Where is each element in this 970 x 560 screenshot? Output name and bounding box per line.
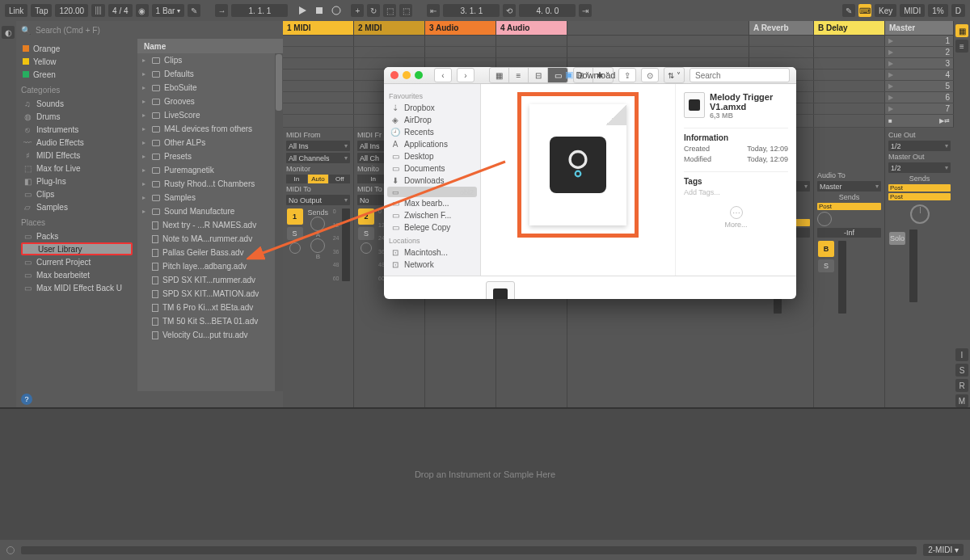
session-view-button[interactable]: ▦ xyxy=(955,24,968,37)
scene-launch-button[interactable]: ▶7 xyxy=(885,103,954,114)
browser-file-item[interactable]: Velocity Cu...put tru.adv xyxy=(137,328,283,342)
finder-sidebar-location[interactable]: ⊡Macintosh... xyxy=(387,246,477,259)
tempo-field[interactable]: 120.00 xyxy=(55,4,88,17)
clip-slot[interactable] xyxy=(283,92,354,103)
loop-toggle[interactable]: ⟲ xyxy=(503,4,516,17)
clip-slot[interactable] xyxy=(283,47,354,57)
scene-launch-button[interactable]: ▶4 xyxy=(885,69,954,80)
record-button[interactable] xyxy=(330,4,343,17)
track-header-a[interactable]: A Reverb xyxy=(749,21,814,35)
finder-sidebar-item[interactable]: ▭Desktop xyxy=(387,150,477,162)
scene-launch-button[interactable]: ▶5 xyxy=(885,81,954,91)
link-button[interactable]: Link xyxy=(5,4,27,17)
overdub-icon[interactable]: + xyxy=(351,4,364,17)
quantize-menu[interactable]: 1 Bar▾ xyxy=(152,4,185,17)
browser-toggle-icon[interactable]: ◐ xyxy=(2,26,15,39)
draw-mode-icon[interactable]: ✎ xyxy=(842,4,855,17)
list-view-button[interactable]: ≡ xyxy=(509,68,529,82)
finder-sidebar-item[interactable]: ▭Belege Copy xyxy=(387,221,477,234)
forward-button[interactable]: › xyxy=(457,68,474,82)
follow-icon[interactable]: → xyxy=(215,4,228,17)
arrangement-view-button[interactable]: ≡ xyxy=(955,40,968,53)
finder-sidebar-item[interactable]: 🕘Recents xyxy=(387,126,477,138)
browser-file-item[interactable]: Note to MA...rummer.adv xyxy=(137,232,283,246)
track-header-4[interactable]: 4 Audio xyxy=(496,21,567,35)
browser-folder-item[interactable]: ▸Puremagnetik xyxy=(137,163,283,177)
place-item[interactable]: ▭User Library xyxy=(21,242,133,255)
category-item[interactable]: ▱Samples xyxy=(21,200,133,213)
clip-slot[interactable] xyxy=(496,47,567,57)
finder-sidebar-item[interactable]: ▭obl2 xyxy=(387,187,477,197)
column-view-button[interactable]: ⊟ xyxy=(529,68,548,82)
detail-view[interactable]: Drop an Instrument or Sample Here xyxy=(0,407,970,540)
capture-icon[interactable]: ⬚ xyxy=(399,4,412,17)
midi-track-indicator[interactable]: 2-MIDI ▾ xyxy=(923,544,964,556)
master-fader[interactable] xyxy=(909,229,917,302)
name-column-header[interactable]: Name xyxy=(137,39,283,53)
midi-from-select[interactable]: All Ins▾ xyxy=(286,141,350,151)
scene-launch-button[interactable]: ▶6 xyxy=(885,92,954,103)
metronome-toggle[interactable]: ◉ xyxy=(136,4,149,17)
track-header-1[interactable]: 1 MIDI xyxy=(283,21,354,35)
loop-length[interactable]: 4. 0. 0 xyxy=(519,4,576,17)
browser-file-item[interactable]: Pitch laye...adbang.adv xyxy=(137,259,283,273)
clip-slot[interactable] xyxy=(283,103,354,114)
browser-file-item[interactable]: TM 50 Kit S...BETA 01.adv xyxy=(137,314,283,328)
category-item[interactable]: ◧Plug-Ins xyxy=(21,175,133,187)
track-header-3[interactable]: 3 Audio xyxy=(425,21,496,35)
finder-sidebar-item[interactable]: ⬇Downloads xyxy=(387,175,477,187)
tags-button[interactable]: ⊙ xyxy=(641,68,659,82)
browser-file-item[interactable]: Next try - ...R NAMES.adv xyxy=(137,218,283,232)
browser-file-item[interactable]: TM 6 Pro Ki...xt BEta.adv xyxy=(137,301,283,314)
icon-view-button[interactable]: ▦ xyxy=(490,68,509,82)
back-button[interactable]: ‹ xyxy=(434,68,452,82)
browser-folder-item[interactable]: ▸Grooves xyxy=(137,95,283,108)
track-activator-2[interactable]: 2 xyxy=(358,208,374,225)
share-button[interactable]: ⇪ xyxy=(618,68,636,82)
automation-arm-icon[interactable]: ↻ xyxy=(367,4,380,17)
scene-launch-button[interactable]: ▶3 xyxy=(885,58,954,69)
pencil-icon[interactable]: ✎ xyxy=(188,4,200,17)
loop-start-icon[interactable]: ⇤ xyxy=(427,4,440,17)
zoom-window-button[interactable] xyxy=(415,71,423,79)
place-item[interactable]: ▭Current Project xyxy=(21,255,133,268)
finder-sidebar-item[interactable]: ⇣Dropbox xyxy=(387,102,477,114)
color-filter-item[interactable]: Yellow xyxy=(21,55,133,68)
clip-slot[interactable] xyxy=(283,81,354,91)
track-header-master[interactable]: Master xyxy=(885,21,954,35)
browser-folder-item[interactable]: ▸Presets xyxy=(137,149,283,163)
monitor-buttons[interactable]: InAutoOff xyxy=(286,175,350,183)
color-filter-item[interactable]: Orange xyxy=(21,42,133,55)
send-a-knob[interactable] xyxy=(310,217,325,231)
browser-folder-item[interactable]: ▸Samples xyxy=(137,191,283,204)
browser-folder-item[interactable]: ▸Clips xyxy=(137,53,283,67)
clip-slot[interactable] xyxy=(354,47,425,57)
stop-button[interactable] xyxy=(313,4,326,17)
category-item[interactable]: 〰Audio Effects xyxy=(21,136,133,149)
file-thumbnail[interactable] xyxy=(486,281,515,299)
clip-slot[interactable] xyxy=(283,69,354,80)
clip-slot[interactable] xyxy=(283,36,354,46)
solo-cue-button[interactable]: Solo xyxy=(889,232,905,245)
category-item[interactable]: ♯MIDI Effects xyxy=(21,149,133,162)
tap-button[interactable]: Tap xyxy=(31,4,52,17)
midi-to-select[interactable]: No Output▾ xyxy=(286,195,350,205)
clip-slot[interactable] xyxy=(354,36,425,46)
search-input[interactable]: Search (Cmd + F) xyxy=(36,26,100,35)
browser-file-item[interactable]: SPD SX KIT...rummer.adv xyxy=(137,273,283,287)
scene-launch-button[interactable]: ▶2 xyxy=(885,47,954,57)
time-signature[interactable]: 4 / 4 xyxy=(108,4,132,17)
category-item[interactable]: ▭Clips xyxy=(21,187,133,200)
scene-launch-button[interactable]: ▶1 xyxy=(885,36,954,46)
category-item[interactable]: ♫Sounds xyxy=(21,97,133,110)
browser-folder-item[interactable]: ▸Sound Manufacture xyxy=(137,204,283,218)
minimize-window-button[interactable] xyxy=(403,71,411,79)
finder-search-input[interactable] xyxy=(690,68,790,82)
play-button[interactable] xyxy=(296,4,309,17)
finder-sidebar-location[interactable]: ⊡Network xyxy=(387,259,477,271)
color-filter-item[interactable]: Green xyxy=(21,68,133,81)
clip-slot[interactable] xyxy=(425,47,496,57)
loop-position[interactable]: 3. 1. 1 xyxy=(443,4,500,17)
help-icon[interactable]: ? xyxy=(21,394,32,405)
disk-overload[interactable]: D xyxy=(951,4,965,17)
